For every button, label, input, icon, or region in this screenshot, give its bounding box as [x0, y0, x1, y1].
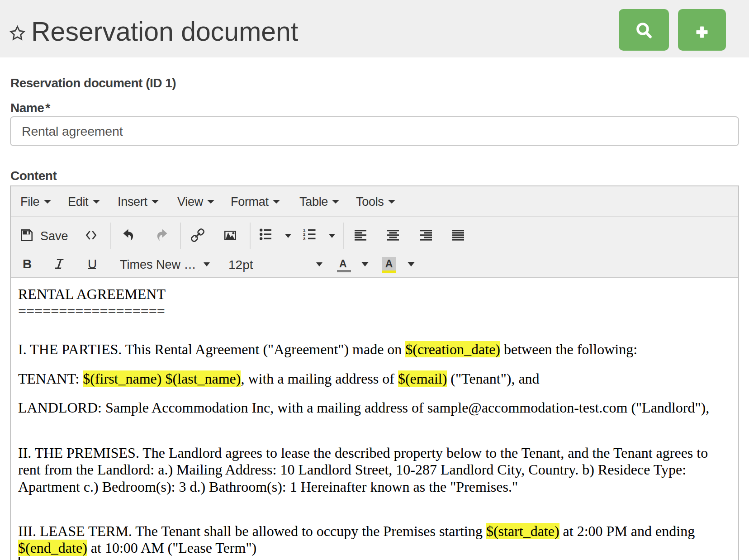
svg-text:3: 3: [303, 236, 305, 240]
